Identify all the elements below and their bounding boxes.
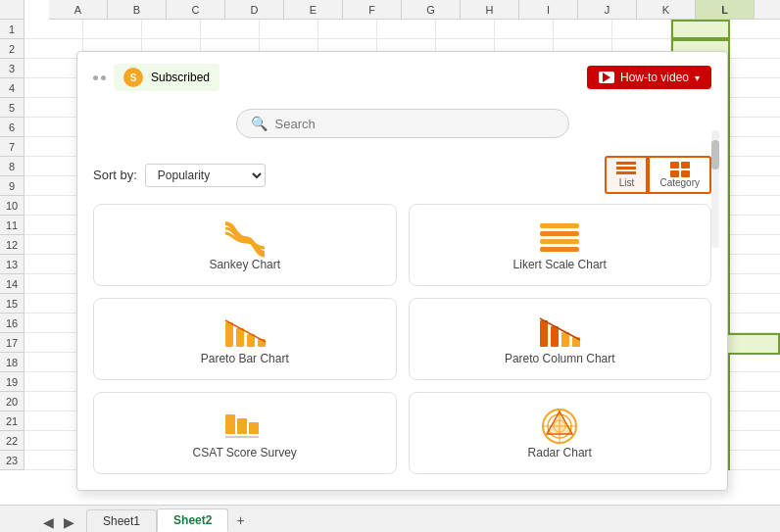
grid-row-1: [24, 20, 780, 39]
cell-I1[interactable]: [495, 20, 554, 39]
col-header-c: C: [167, 0, 225, 19]
cell-A12[interactable]: [24, 235, 83, 255]
svg-rect-12: [236, 328, 244, 347]
cell-A14[interactable]: [24, 274, 83, 294]
top-left-area: S Subscribed: [93, 64, 219, 91]
cell-A17[interactable]: [24, 333, 83, 353]
pareto-bar-icon: [220, 313, 269, 352]
pareto-column-icon: [535, 313, 584, 352]
tab-next-button[interactable]: ▶: [60, 512, 78, 532]
cell-A1[interactable]: [24, 20, 83, 39]
tab-prev-button[interactable]: ◀: [39, 512, 58, 532]
pareto-bar-chart-card[interactable]: Pareto Bar Chart: [93, 298, 397, 380]
category-view-button[interactable]: Category: [648, 156, 711, 194]
cell-H1[interactable]: [436, 20, 495, 39]
drag-handle[interactable]: [93, 75, 106, 80]
cell-A21[interactable]: [24, 411, 83, 431]
svg-rect-11: [225, 322, 233, 347]
cell-A20[interactable]: [24, 392, 83, 411]
cell-A4[interactable]: [24, 78, 83, 98]
sort-dropdown[interactable]: Popularity Name Recently Added: [145, 164, 266, 187]
svg-rect-6: [681, 170, 690, 177]
corner-cell: [0, 0, 24, 20]
add-sheet-button[interactable]: +: [228, 508, 252, 532]
svg-rect-2: [616, 171, 636, 174]
subscribed-icon: S: [123, 68, 143, 87]
row-4: 4: [0, 78, 24, 98]
cell-J1[interactable]: [554, 20, 612, 39]
how-to-video-button[interactable]: How-to video ▾: [587, 66, 711, 89]
row-14: 14: [0, 274, 24, 294]
search-container: 🔍: [93, 101, 711, 146]
pareto-column-chart-card[interactable]: Pareto Column Chart: [409, 298, 712, 380]
row-23: 23: [0, 451, 24, 470]
row-22: 22: [0, 431, 24, 451]
sort-label: Sort by:: [93, 168, 137, 182]
csat-chart-icon: [220, 407, 269, 446]
cell-A5[interactable]: [24, 98, 83, 118]
svg-rect-10: [540, 247, 579, 252]
scroll-indicator[interactable]: [711, 130, 719, 248]
subscribed-area: S Subscribed: [114, 64, 219, 91]
cell-A19[interactable]: [24, 372, 83, 392]
cell-A16[interactable]: [24, 314, 83, 333]
cell-A13[interactable]: [24, 255, 83, 274]
cell-A7[interactable]: [24, 137, 83, 157]
csat-chart-card[interactable]: CSAT Score Survey: [93, 392, 397, 474]
cell-A8[interactable]: [24, 157, 83, 176]
svg-marker-30: [547, 411, 572, 434]
cell-D1[interactable]: [201, 20, 260, 39]
search-input[interactable]: [275, 117, 555, 131]
cell-E1[interactable]: [260, 20, 318, 39]
col-header-i: I: [519, 0, 578, 19]
list-view-button[interactable]: List: [605, 156, 648, 194]
cell-F1[interactable]: [318, 20, 377, 39]
likert-chart-name: Likert Scale Chart: [513, 258, 607, 271]
sheet1-tab[interactable]: Sheet1: [86, 509, 157, 532]
sankey-chart-card[interactable]: Sankey Chart: [93, 204, 397, 286]
svg-rect-4: [681, 162, 690, 169]
cell-A9[interactable]: [24, 176, 83, 196]
svg-rect-22: [237, 418, 247, 434]
col-header-h: H: [461, 0, 519, 19]
sort-left: Sort by: Popularity Name Recently Added: [93, 164, 266, 187]
sankey-chart-name: Sankey Chart: [209, 258, 280, 271]
pareto-bar-name: Pareto Bar Chart: [201, 352, 289, 365]
cell-A3[interactable]: [24, 59, 83, 78]
cell-G1[interactable]: [377, 20, 436, 39]
row-1: 1: [0, 20, 24, 39]
svg-rect-5: [670, 170, 679, 177]
col-header-a: A: [49, 0, 108, 19]
sheet2-tab[interactable]: Sheet2: [157, 508, 228, 532]
col-header-d: D: [225, 0, 284, 19]
likert-chart-card[interactable]: Likert Scale Chart: [409, 204, 712, 286]
cell-A2[interactable]: [24, 39, 83, 59]
cell-L1[interactable]: [671, 20, 730, 39]
csat-chart-name: CSAT Score Survey: [193, 446, 297, 459]
row-8: 8: [0, 157, 24, 176]
svg-rect-23: [249, 422, 259, 434]
svg-rect-8: [540, 231, 579, 236]
col-header-k: K: [637, 0, 696, 19]
cell-A11[interactable]: [24, 216, 83, 235]
col-header-l: L: [696, 0, 755, 19]
row-16: 16: [0, 314, 24, 333]
svg-rect-9: [540, 239, 579, 244]
cell-K1[interactable]: [612, 20, 671, 39]
likert-chart-icon: [535, 218, 584, 258]
cell-C1[interactable]: [142, 20, 201, 39]
cell-B1[interactable]: [83, 20, 142, 39]
col-header-f: F: [343, 0, 402, 19]
cell-A23[interactable]: [24, 451, 83, 470]
cell-A6[interactable]: [24, 118, 83, 137]
col-header-e: E: [284, 0, 343, 19]
row-19: 19: [0, 372, 24, 392]
cell-A15[interactable]: [24, 294, 83, 314]
radar-chart-card[interactable]: Radar Chart: [409, 392, 712, 474]
svg-rect-24: [225, 436, 259, 438]
cell-A10[interactable]: [24, 196, 83, 216]
cell-A22[interactable]: [24, 431, 83, 451]
cell-A18[interactable]: [24, 353, 83, 372]
row-7: 7: [0, 137, 24, 157]
radar-chart-icon: [535, 407, 584, 446]
